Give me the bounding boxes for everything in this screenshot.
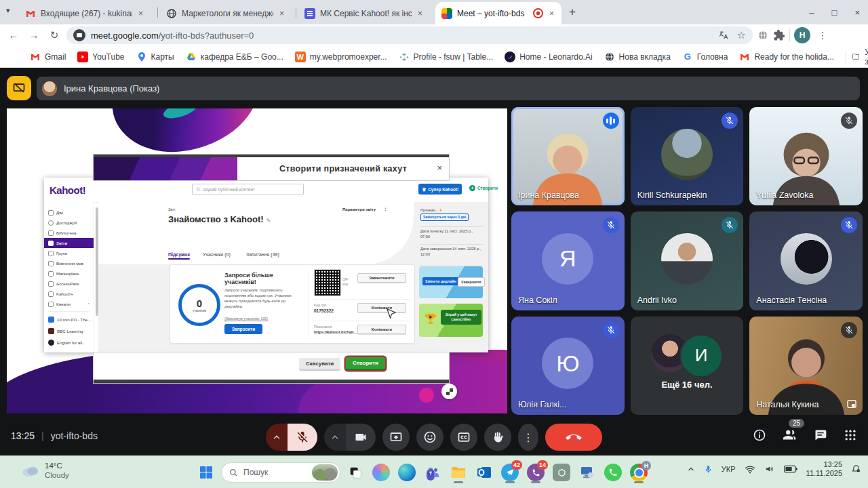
tab-summary[interactable]: Підсумок	[168, 252, 190, 257]
sidebar-item-reports[interactable]: Звіти	[44, 238, 94, 248]
tile-kirill-schkurapekin[interactable]: Kirill Schkurapekin	[631, 107, 744, 205]
outlook-icon[interactable]	[473, 461, 495, 484]
file-explorer-icon[interactable]	[448, 461, 469, 484]
sidebar-item-marketplace[interactable]: Marketplace	[44, 268, 94, 279]
invite-button[interactable]: Запросити	[224, 324, 262, 334]
sidebar-item-home[interactable]: Дім	[44, 207, 94, 218]
extension-globe-icon[interactable]	[757, 29, 769, 41]
bookmark-leonardo[interactable]: Home - Leonardo.Ai	[505, 52, 592, 62]
chat-button[interactable]	[814, 428, 827, 442]
tab-participants[interactable]: Учасники (0)	[203, 252, 231, 257]
bookmark-webpromo[interactable]: Wmy.webpromoexper...	[295, 52, 387, 62]
self-play-button[interactable]: Зіграй у цей кахут самостійно	[441, 310, 481, 325]
bookmark-star-icon[interactable]: ☆	[737, 29, 746, 41]
presenting-indicator[interactable]	[7, 76, 31, 100]
tray-mic-icon[interactable]	[704, 464, 713, 474]
kahoot-upgrade-button[interactable]: ♛ Супер Kahoot!	[418, 184, 462, 195]
notifications-icon[interactable]	[851, 464, 861, 474]
copy-pin-button[interactable]: Копіювати	[357, 303, 406, 312]
tab-close-icon[interactable]: ×	[548, 9, 555, 18]
tray-chevron-icon[interactable]	[687, 465, 695, 473]
mic-options-chevron[interactable]	[266, 424, 288, 451]
participants-button[interactable]: 25	[783, 428, 797, 443]
meeting-details-icon[interactable]	[753, 428, 766, 442]
raise-hand-button[interactable]	[484, 424, 511, 451]
tab-close-icon[interactable]: ×	[137, 9, 144, 18]
forward-button[interactable]: →	[26, 27, 42, 43]
copy-link-button[interactable]: Копіювати	[357, 325, 406, 334]
tab-close-icon[interactable]: ×	[278, 9, 285, 18]
modal-close-icon[interactable]: ×	[437, 163, 442, 173]
report-options-kebab-icon[interactable]: ⋮	[383, 206, 388, 211]
sidebar-item-discover[interactable]: Досліджуй	[44, 218, 94, 228]
start-button[interactable]	[195, 461, 217, 484]
tile-irina-kravtsova[interactable]: Ірина Кравцова	[511, 107, 625, 205]
edge-icon[interactable]	[396, 461, 418, 484]
back-button[interactable]: ←	[5, 27, 22, 43]
sidebar-item-kahoot-plus[interactable]: Kahoot!+	[44, 289, 94, 299]
window-close-button[interactable]: ×	[854, 7, 860, 18]
sidebar-item-languages[interactable]: Вивчення мов	[44, 258, 94, 268]
bookmark-drive[interactable]: кафедра Е&Б – Goo...	[186, 52, 283, 62]
site-info-icon[interactable]	[73, 29, 85, 41]
address-bar[interactable]: meet.google.com/yot-ifto-bds?authuser=0 …	[66, 26, 753, 44]
kahoot-search-input[interactable]: Шукай публічний контент	[192, 184, 304, 195]
bookmark-newtab[interactable]: Нова вкладка	[604, 52, 671, 62]
leave-call-button[interactable]	[545, 424, 602, 451]
browser-menu-icon[interactable]: ⋮	[814, 27, 831, 43]
bookmark-gmail[interactable]: Gmail	[30, 52, 66, 62]
tile-more-participants[interactable]: И Ещё 16 чел.	[631, 317, 744, 415]
tile-yuliia-zavoloka[interactable]: Yuliia Zavoloka	[749, 107, 863, 205]
telegram-icon[interactable]: 42	[499, 461, 521, 484]
bookmark-home[interactable]: GГоловна	[682, 52, 728, 62]
bookmark-youtube[interactable]: YouTube	[77, 52, 124, 62]
channel-item[interactable]: English for all...	[44, 337, 94, 348]
activities-icon[interactable]	[844, 428, 857, 442]
max-participants-link[interactable]: (Максимум учасників: 100)	[224, 317, 268, 321]
sidebar-item-channels[interactable]: Канали^	[44, 299, 94, 309]
tile-yana-sokil[interactable]: Я Яна Сокіл	[511, 211, 625, 310]
task-view-button[interactable]	[344, 461, 366, 484]
wifi-icon[interactable]	[745, 465, 755, 474]
tab-gmail[interactable]: Входящие (267) - kukinanatala ×	[19, 2, 155, 24]
channel-item[interactable]: BBC Learning	[44, 325, 94, 337]
search-highlight-image[interactable]	[312, 464, 338, 481]
tab-meet-active[interactable]: Meet – yot-ifto-bds ×	[435, 2, 561, 24]
keyboard-language[interactable]: УКР	[722, 465, 736, 473]
more-options-button[interactable]: ⋮	[518, 424, 538, 451]
self-view-icon[interactable]	[846, 399, 857, 409]
presenter-banner[interactable]: Ірина Кравцова (Показ)	[37, 77, 860, 100]
window-minimize-button[interactable]: –	[809, 7, 814, 18]
taskbar-search[interactable]: Пошук	[221, 462, 340, 483]
viber-icon[interactable]: 14	[525, 461, 547, 484]
edit-icon[interactable]: ✎	[267, 218, 271, 224]
all-bookmarks-button[interactable]: Усі закладки	[865, 47, 868, 66]
create-button[interactable]: Створити	[346, 357, 385, 370]
sidebar-item-accesspass[interactable]: AccessPass	[44, 279, 94, 289]
tile-anastasiia-tensina[interactable]: Анастасія Тенсіна	[749, 211, 863, 310]
weather-widget[interactable]: 14°CCloudy	[20, 461, 69, 481]
tab-marketers[interactable]: Маркетологи як менеджери ×	[160, 2, 294, 24]
tray-clock[interactable]: 13:2511.11.2025	[806, 460, 842, 478]
reactions-button[interactable]	[416, 424, 443, 451]
tab-close-icon[interactable]: ×	[416, 9, 424, 18]
tile-natalia-kukina-self[interactable]: Наталья Кукина	[749, 317, 863, 415]
volume-icon[interactable]	[764, 464, 775, 474]
bookmark-holiday[interactable]: Ready for the holida...	[739, 52, 833, 62]
whatsapp-icon[interactable]	[602, 461, 624, 484]
report-options-button[interactable]: Параметри звіту	[342, 207, 376, 211]
channel-item[interactable]: 10 min PO - The...	[44, 314, 94, 325]
sidebar-item-groups[interactable]: Групи	[44, 248, 94, 258]
extensions-puzzle-icon[interactable]	[773, 29, 785, 41]
present-button[interactable]	[382, 424, 410, 451]
download-button[interactable]: Завантажити	[357, 273, 406, 283]
tab-search-icon[interactable]: ▾	[6, 6, 10, 15]
tile-yuliia-galki[interactable]: Ю Юлія Галкі...	[511, 317, 625, 415]
new-tab-button[interactable]: +	[564, 4, 580, 20]
camera-options-chevron[interactable]	[324, 424, 346, 451]
cancel-button[interactable]: Скасувати	[299, 358, 340, 371]
tab-kahoot-service[interactable]: МК Сервіс Kahoot! як інструме ×	[298, 2, 433, 24]
chatgpt-icon[interactable]	[551, 461, 572, 484]
tile-andrii-ivko[interactable]: Andrii Ivko	[631, 211, 744, 310]
camera-button[interactable]	[346, 424, 376, 451]
